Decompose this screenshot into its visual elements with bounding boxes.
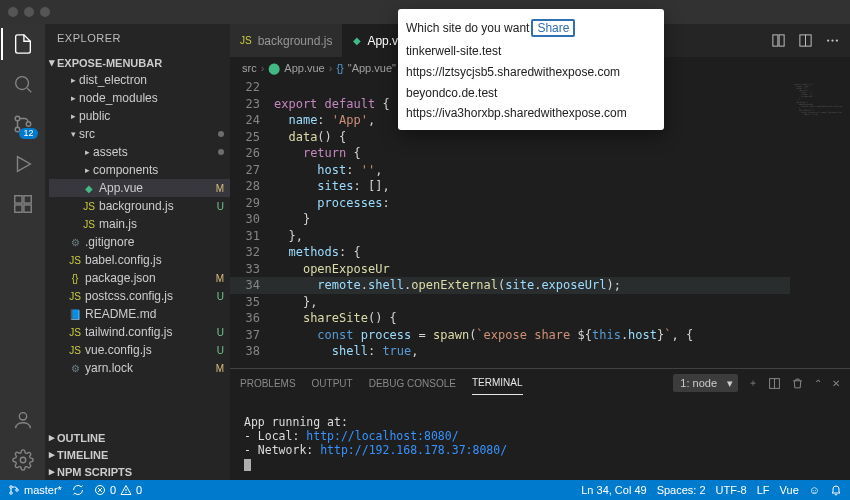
terminal-url[interactable]: http://192.168.178.37:8080/ bbox=[320, 443, 507, 457]
svg-point-4 bbox=[26, 122, 31, 127]
new-terminal-icon[interactable]: ＋ bbox=[748, 376, 758, 390]
terminal-body[interactable]: App running at:- Local: http://localhost… bbox=[230, 397, 850, 480]
minimap[interactable]: export default { name: 'App', data() { r… bbox=[790, 79, 850, 368]
debug-icon[interactable] bbox=[11, 152, 35, 176]
npm-section[interactable]: ▸NPM SCRIPTS bbox=[45, 463, 230, 480]
popup-site-item[interactable]: https://lztsycjsb5.sharedwithexpose.com bbox=[398, 62, 664, 83]
code-line[interactable]: 34 remote.shell.openExternal(site.expose… bbox=[230, 277, 790, 294]
chevron-icon: ▸ bbox=[67, 75, 79, 85]
svg-marker-5 bbox=[17, 157, 30, 172]
tab-debug-console[interactable]: DEBUG CONSOLE bbox=[369, 372, 456, 395]
file-item[interactable]: 📘README.md bbox=[49, 305, 230, 323]
explorer-icon[interactable] bbox=[11, 32, 35, 56]
folder-item[interactable]: ▸components bbox=[49, 161, 230, 179]
status-spaces[interactable]: Spaces: 2 bbox=[657, 484, 706, 496]
line-number: 34 bbox=[230, 277, 274, 294]
code-line[interactable]: 31 }, bbox=[230, 228, 790, 245]
tab-problems[interactable]: PROBLEMS bbox=[240, 372, 296, 395]
git-status: U bbox=[217, 345, 224, 356]
code-line[interactable]: 30 } bbox=[230, 211, 790, 228]
code-line[interactable]: 29 processes: bbox=[230, 195, 790, 212]
folder-item[interactable]: ▸dist_electron bbox=[49, 71, 230, 89]
popup-site-item[interactable]: tinkerwell-site.test bbox=[398, 41, 664, 62]
status-errors[interactable]: 0 0 bbox=[94, 484, 142, 496]
status-branch[interactable]: master* bbox=[8, 484, 62, 496]
file-item[interactable]: JSmain.js bbox=[49, 215, 230, 233]
js-icon: JS bbox=[67, 291, 83, 302]
folder-item[interactable]: ▸node_modules bbox=[49, 89, 230, 107]
terminal-url[interactable]: http://localhost:8080/ bbox=[306, 429, 458, 443]
file-item[interactable]: {}package.jsonM bbox=[49, 269, 230, 287]
search-icon[interactable] bbox=[11, 72, 35, 96]
chevron-icon: ▸ bbox=[67, 111, 79, 121]
status-sync[interactable] bbox=[72, 484, 84, 496]
more-icon[interactable] bbox=[825, 33, 840, 48]
popup-site-item[interactable]: https://iva3horxbp.sharedwithexpose.com bbox=[398, 103, 664, 124]
vue-icon: ◆ bbox=[81, 183, 97, 194]
activity-bar: 12 bbox=[0, 24, 45, 480]
line-number: 36 bbox=[230, 310, 274, 327]
line-number: 30 bbox=[230, 211, 274, 228]
tab-terminal[interactable]: TERMINAL bbox=[472, 371, 523, 395]
timeline-section[interactable]: ▸TIMELINE bbox=[45, 446, 230, 463]
file-item[interactable]: ⚙yarn.lockM bbox=[49, 359, 230, 377]
status-language[interactable]: Vue bbox=[780, 484, 799, 496]
outline-section[interactable]: ▸OUTLINE bbox=[45, 429, 230, 446]
js-icon: JS bbox=[67, 327, 83, 338]
code-line[interactable]: 37 const process = spawn(`expose share $… bbox=[230, 327, 790, 344]
file-item[interactable]: JSbackground.jsU bbox=[49, 197, 230, 215]
folder-item[interactable]: ▸public bbox=[49, 107, 230, 125]
maximize-panel-icon[interactable]: ⌃ bbox=[814, 378, 822, 389]
close-panel-icon[interactable]: ✕ bbox=[832, 378, 840, 389]
chevron-icon: ▸ bbox=[67, 93, 79, 103]
file-label: dist_electron bbox=[79, 73, 230, 87]
line-number: 23 bbox=[230, 96, 274, 113]
code-line[interactable]: 33 openExposeUr bbox=[230, 261, 790, 278]
folder-item[interactable]: ▾src bbox=[49, 125, 230, 143]
file-item[interactable]: JStailwind.config.jsU bbox=[49, 323, 230, 341]
trash-icon[interactable] bbox=[791, 377, 804, 390]
file-item[interactable]: JSpostcss.config.jsU bbox=[49, 287, 230, 305]
folder-item[interactable]: ▸assets bbox=[49, 143, 230, 161]
status-feedback-icon[interactable]: ☺ bbox=[809, 484, 820, 496]
workspace-root[interactable]: ▾EXPOSE-MENUBAR bbox=[45, 54, 230, 71]
editor-tab[interactable]: JSbackground.js bbox=[230, 24, 343, 57]
split-icon[interactable] bbox=[798, 33, 813, 48]
scm-icon[interactable]: 12 bbox=[11, 112, 35, 136]
code-line[interactable]: 27 host: '', bbox=[230, 162, 790, 179]
terminal-selector[interactable]: 1: node ▾ bbox=[673, 374, 738, 392]
code-line[interactable]: 38 shell: true, bbox=[230, 343, 790, 360]
account-icon[interactable] bbox=[11, 408, 35, 432]
file-label: src bbox=[79, 127, 218, 141]
line-number: 37 bbox=[230, 327, 274, 344]
status-encoding[interactable]: UTF-8 bbox=[716, 484, 747, 496]
share-button[interactable]: Share bbox=[531, 19, 575, 37]
traffic-close[interactable] bbox=[8, 7, 18, 17]
status-bell-icon[interactable] bbox=[830, 484, 842, 496]
terminal-cursor bbox=[244, 459, 251, 471]
file-item[interactable]: JSvue.config.jsU bbox=[49, 341, 230, 359]
traffic-min[interactable] bbox=[24, 7, 34, 17]
file-item[interactable]: ◆App.vueM bbox=[49, 179, 230, 197]
split-terminal-icon[interactable] bbox=[768, 377, 781, 390]
traffic-max[interactable] bbox=[40, 7, 50, 17]
code-line[interactable]: 35 }, bbox=[230, 294, 790, 311]
extensions-icon[interactable] bbox=[11, 192, 35, 216]
compare-icon[interactable] bbox=[771, 33, 786, 48]
status-eol[interactable]: LF bbox=[757, 484, 770, 496]
gear-icon[interactable] bbox=[11, 448, 35, 472]
status-position[interactable]: Ln 34, Col 49 bbox=[581, 484, 646, 496]
code-line[interactable]: 26 return { bbox=[230, 145, 790, 162]
scm-badge: 12 bbox=[19, 128, 37, 139]
code-line[interactable]: 25 data() { bbox=[230, 129, 790, 146]
code-line[interactable]: 28 sites: [], bbox=[230, 178, 790, 195]
popup-site-item[interactable]: beyondco.de.test bbox=[398, 83, 664, 104]
code-line[interactable]: 32 methods: { bbox=[230, 244, 790, 261]
svg-point-16 bbox=[827, 39, 829, 41]
file-item[interactable]: JSbabel.config.js bbox=[49, 251, 230, 269]
code-line[interactable]: 36 shareSite() { bbox=[230, 310, 790, 327]
svg-point-28 bbox=[126, 492, 127, 493]
tab-output[interactable]: OUTPUT bbox=[312, 372, 353, 395]
statusbar: master* 0 0 Ln 34, Col 49 Spaces: 2 UTF-… bbox=[0, 480, 850, 500]
file-item[interactable]: ⚙.gitignore bbox=[49, 233, 230, 251]
